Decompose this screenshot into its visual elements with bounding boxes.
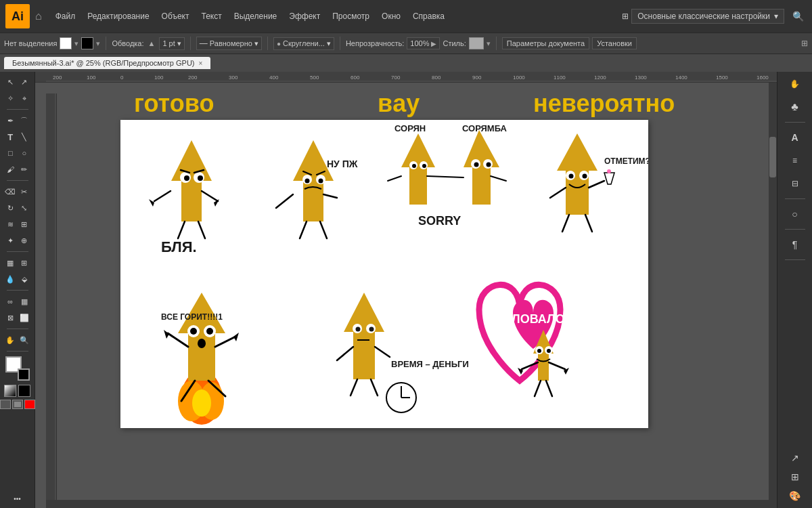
menu-select[interactable]: Выделение: [229, 9, 283, 24]
shape-tools[interactable]: □ ○: [4, 146, 31, 161]
circle-panel-button[interactable]: ○: [783, 205, 807, 224]
menu-object[interactable]: Объект: [156, 9, 195, 24]
direct-selection-tool[interactable]: ↗: [18, 78, 31, 87]
corner-dropdown[interactable]: ▾: [327, 39, 331, 48]
rotate-tool[interactable]: ↻: [4, 204, 18, 213]
eraser-scissors[interactable]: ⌫ ✂: [4, 184, 31, 199]
paragraph-mark-button[interactable]: ¶: [783, 235, 807, 254]
eyedrop-paint[interactable]: 💧 ⬙: [4, 272, 31, 287]
menu-effect[interactable]: Эффект: [284, 9, 325, 24]
stroke-width-dropdown[interactable]: ▾: [177, 39, 181, 48]
document-tab[interactable]: Безымянный-3.ai* @ 25% (RGB/Предпросмотр…: [4, 57, 210, 69]
svg-text:ВСЕ ГОРИТ!!!!1: ВСЕ ГОРИТ!!!!1: [161, 312, 223, 322]
gradient-mesh[interactable]: ▦ ⊞: [4, 255, 31, 270]
paragraph-panel-button[interactable]: ≡: [783, 151, 807, 170]
none-icon[interactable]: [18, 385, 30, 397]
brush-tools[interactable]: 🖌 ✏: [4, 162, 31, 177]
screen-mode-2[interactable]: [12, 400, 23, 409]
opacity-field[interactable]: 100% ▶: [407, 37, 440, 49]
artboard-tool[interactable]: ⬜: [18, 314, 31, 322]
pencil-tool[interactable]: ✏: [18, 165, 31, 174]
eraser-tool[interactable]: ⌫: [4, 188, 18, 196]
blend-chart[interactable]: ∞ ▦: [4, 294, 31, 309]
export-button[interactable]: ↗: [783, 448, 807, 467]
scroll-thumb-vertical[interactable]: [769, 137, 776, 177]
shape-builder[interactable]: ⊕: [18, 236, 31, 245]
scissors-tool[interactable]: ✂: [18, 188, 31, 196]
clubs-icon[interactable]: ♣: [783, 98, 807, 117]
character-panel-button[interactable]: A: [783, 128, 807, 147]
workspace-selector[interactable]: ⊞ Основные классические настройки ▾: [622, 9, 784, 24]
home-icon[interactable]: ⌂: [35, 10, 42, 22]
corner-selector[interactable]: ● Скруглени... ▾: [273, 37, 334, 50]
scrollbar-horizontal[interactable]: [46, 500, 769, 508]
stroke-align-dropdown[interactable]: ▾: [254, 39, 258, 48]
menu-view[interactable]: Просмотр: [327, 9, 375, 24]
screen-mode-3[interactable]: [24, 400, 35, 409]
selection-tools[interactable]: ↖ ↗: [4, 75, 31, 89]
menu-text[interactable]: Текст: [196, 9, 227, 24]
opentype-panel-button[interactable]: ⊟: [783, 174, 807, 193]
slice-artboard[interactable]: ⊠ ⬜: [4, 310, 31, 325]
stroke-align-selector[interactable]: — Равномерно ▾: [196, 37, 262, 50]
screen-mode-1[interactable]: [0, 400, 11, 409]
doc-params-button[interactable]: Параметры документа: [502, 37, 589, 49]
workspace-dropdown[interactable]: Основные классические настройки ▾: [631, 9, 784, 24]
menu-help[interactable]: Справка: [407, 9, 450, 24]
libraries-button[interactable]: ⊞: [783, 467, 807, 486]
fill-dropdown[interactable]: ▾: [74, 39, 78, 48]
scrollbar-vertical[interactable]: [769, 83, 777, 508]
stroke-up-icon[interactable]: ▲: [148, 39, 156, 47]
transform-panel-button[interactable]: ✋: [783, 75, 807, 93]
ellipse-tool[interactable]: ○: [18, 149, 31, 157]
rotate-scale[interactable]: ↻ ⤡: [4, 200, 31, 215]
blend-tool[interactable]: ∞: [4, 297, 18, 305]
stroke-width-field[interactable]: 1 pt ▾: [159, 37, 184, 50]
warp-tool[interactable]: ≋: [4, 220, 18, 229]
search-icon[interactable]: 🔍: [790, 8, 807, 24]
style-swatch[interactable]: [469, 37, 484, 49]
stroke-dropdown[interactable]: ▾: [96, 39, 100, 48]
rect-tool[interactable]: □: [4, 149, 18, 157]
arrange-icon[interactable]: ⊞: [801, 39, 808, 48]
svg-point-110: [547, 349, 551, 353]
puppet-shape[interactable]: ✦ ⊕: [4, 233, 31, 248]
type-tools[interactable]: T ╲: [4, 129, 31, 144]
zoom-hand[interactable]: ✋ 🔍: [4, 333, 31, 347]
mesh-tool[interactable]: ⊞: [18, 259, 31, 268]
selection-tool[interactable]: ↖: [4, 78, 18, 87]
style-dropdown[interactable]: ▾: [487, 39, 491, 48]
paint-brush-tool[interactable]: 🖌: [4, 165, 18, 173]
gradient-tool[interactable]: ▦: [4, 259, 18, 268]
chart-tool[interactable]: ▦: [18, 297, 31, 306]
stroke-color-swatch[interactable]: [81, 37, 93, 49]
pen-tools[interactable]: ✒ ⌒: [4, 113, 31, 128]
menu-edit[interactable]: Редактирование: [82, 9, 154, 24]
puppet-warp[interactable]: ✦: [4, 236, 18, 245]
zoom-tool[interactable]: 🔍: [18, 336, 31, 345]
more-tools-button[interactable]: •••: [14, 495, 21, 503]
free-transform[interactable]: ⊞: [18, 220, 31, 229]
line-tool[interactable]: ╲: [18, 133, 31, 142]
type-tool[interactable]: T: [4, 132, 18, 142]
hand-tool[interactable]: ✋: [4, 336, 18, 345]
magic-wand-tool[interactable]: ✧: [4, 94, 18, 103]
curvature-tool[interactable]: ⌒: [18, 116, 31, 126]
menu-window[interactable]: Окно: [376, 9, 406, 24]
color-icon[interactable]: [4, 385, 16, 397]
label-vau: вay: [378, 89, 420, 118]
pen-tool[interactable]: ✒: [4, 117, 18, 125]
palette-button[interactable]: 🎨: [783, 486, 807, 505]
warp-reshape[interactable]: ≋ ⊞: [4, 217, 31, 232]
stroke-tool[interactable]: [18, 368, 30, 381]
settings-button[interactable]: Установки: [592, 37, 637, 49]
magic-lasso-tools[interactable]: ✧ ⌖: [4, 91, 31, 106]
tab-close-button[interactable]: ×: [199, 60, 203, 67]
fill-color-swatch[interactable]: [60, 37, 72, 49]
lasso-tool[interactable]: ⌖: [18, 94, 31, 103]
menu-file[interactable]: Файл: [50, 9, 81, 24]
scale-tool[interactable]: ⤡: [18, 204, 31, 213]
slice-tool[interactable]: ⊠: [4, 314, 18, 322]
live-paint-tool[interactable]: ⬙: [18, 275, 31, 284]
eyedropper-tool[interactable]: 💧: [4, 275, 18, 284]
